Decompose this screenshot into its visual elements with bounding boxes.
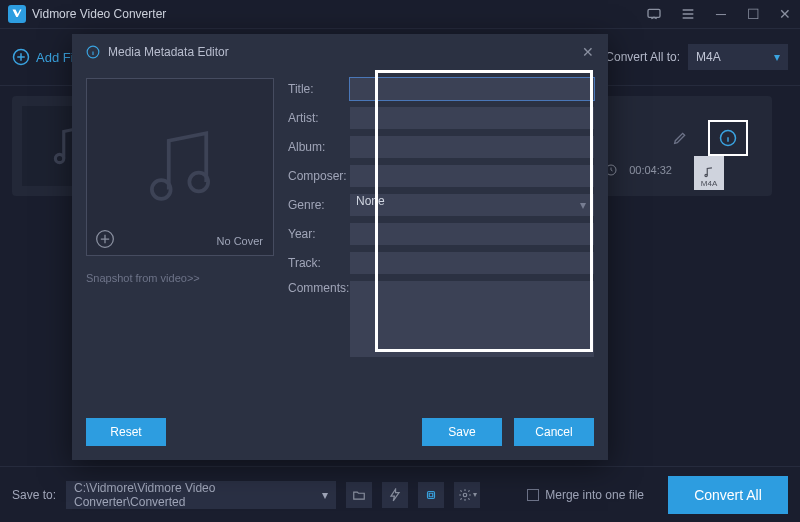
composer-label: Composer:: [288, 169, 350, 183]
file-actions: [672, 120, 748, 156]
app-logo-icon: [8, 5, 26, 23]
chevron-down-icon: ▾: [774, 50, 780, 64]
genre-select[interactable]: None ▾: [350, 194, 594, 216]
artist-label: Artist:: [288, 111, 350, 125]
genre-value: None: [356, 194, 385, 208]
convert-all-to-label: Convert All to:: [605, 50, 680, 64]
bottombar: Save to: C:\Vidmore\Vidmore Video Conver…: [0, 466, 800, 522]
cover-art-box[interactable]: No Cover: [86, 78, 274, 256]
checkbox-icon: [527, 489, 539, 501]
plus-circle-icon: [12, 48, 30, 66]
settings-button[interactable]: ▾: [454, 482, 480, 508]
merge-label: Merge into one file: [545, 488, 644, 502]
convert-all-label: Convert All: [694, 487, 762, 503]
metadata-form: Title: Artist: Album: Composer: Genre: N…: [288, 78, 594, 364]
add-cover-button[interactable]: [95, 229, 115, 249]
snapshot-link[interactable]: Snapshot from video>>: [86, 272, 274, 284]
app-title: Vidmore Video Converter: [32, 7, 166, 21]
maximize-button[interactable]: ☐: [746, 6, 760, 22]
year-input[interactable]: [350, 223, 594, 245]
format-badge-label: M4A: [701, 179, 717, 188]
cancel-button[interactable]: Cancel: [514, 418, 594, 446]
titlebar: Vidmore Video Converter ─ ☐ ✕: [0, 0, 800, 28]
merge-checkbox[interactable]: Merge into one file: [527, 488, 644, 502]
music-note-icon: [702, 165, 716, 179]
title-input[interactable]: [350, 78, 594, 100]
composer-input[interactable]: [350, 165, 594, 187]
chevron-down-icon: ▾: [322, 488, 328, 502]
save-button[interactable]: Save: [422, 418, 502, 446]
metadata-editor-modal: Media Metadata Editor ✕ No Cover Snapsho…: [72, 34, 608, 460]
output-format-value: M4A: [696, 50, 721, 64]
save-path-select[interactable]: C:\Vidmore\Vidmore Video Converter\Conve…: [66, 481, 336, 509]
gpu-button[interactable]: [418, 482, 444, 508]
close-window-button[interactable]: ✕: [778, 6, 792, 22]
chevron-down-icon: ▾: [580, 198, 586, 212]
feedback-icon[interactable]: [646, 6, 662, 22]
metadata-info-button[interactable]: [708, 120, 748, 156]
track-label: Track:: [288, 256, 350, 270]
chevron-down-icon: ▾: [473, 490, 477, 499]
duration-value: 00:04:32: [629, 164, 672, 176]
lightning-icon: [388, 488, 402, 502]
save-to-label: Save to:: [12, 488, 56, 502]
album-input[interactable]: [350, 136, 594, 158]
output-format-select[interactable]: M4A ▾: [688, 44, 788, 70]
convert-all-button[interactable]: Convert All: [668, 476, 788, 514]
track-input[interactable]: [350, 252, 594, 274]
svg-rect-8: [428, 491, 435, 498]
info-icon: [86, 45, 100, 59]
menu-icon[interactable]: [680, 6, 696, 22]
gear-icon: [458, 488, 472, 502]
minimize-button[interactable]: ─: [714, 6, 728, 22]
genre-label: Genre:: [288, 198, 350, 212]
modal-title: Media Metadata Editor: [108, 45, 229, 59]
open-folder-button[interactable]: [346, 482, 372, 508]
reset-button[interactable]: Reset: [86, 418, 166, 446]
save-path-value: C:\Vidmore\Vidmore Video Converter\Conve…: [74, 481, 322, 509]
info-icon: [719, 129, 737, 147]
chip-icon: [424, 488, 438, 502]
lightning-button[interactable]: [382, 482, 408, 508]
artist-input[interactable]: [350, 107, 594, 129]
comments-input[interactable]: [350, 281, 594, 357]
no-cover-label: No Cover: [217, 235, 263, 247]
modal-close-button[interactable]: ✕: [582, 44, 594, 60]
comments-label: Comments:: [288, 281, 350, 295]
svg-point-6: [705, 174, 707, 176]
title-label: Title:: [288, 82, 350, 96]
svg-rect-1: [648, 9, 660, 17]
edit-icon[interactable]: [672, 130, 688, 146]
format-badge[interactable]: M4A: [694, 156, 724, 190]
year-label: Year:: [288, 227, 350, 241]
album-label: Album:: [288, 140, 350, 154]
file-meta: 00:04:32: [605, 164, 672, 176]
svg-point-9: [463, 493, 467, 497]
folder-icon: [352, 488, 366, 502]
svg-point-3: [55, 154, 63, 162]
music-note-icon: [135, 122, 225, 212]
modal-header: Media Metadata Editor ✕: [72, 34, 608, 70]
